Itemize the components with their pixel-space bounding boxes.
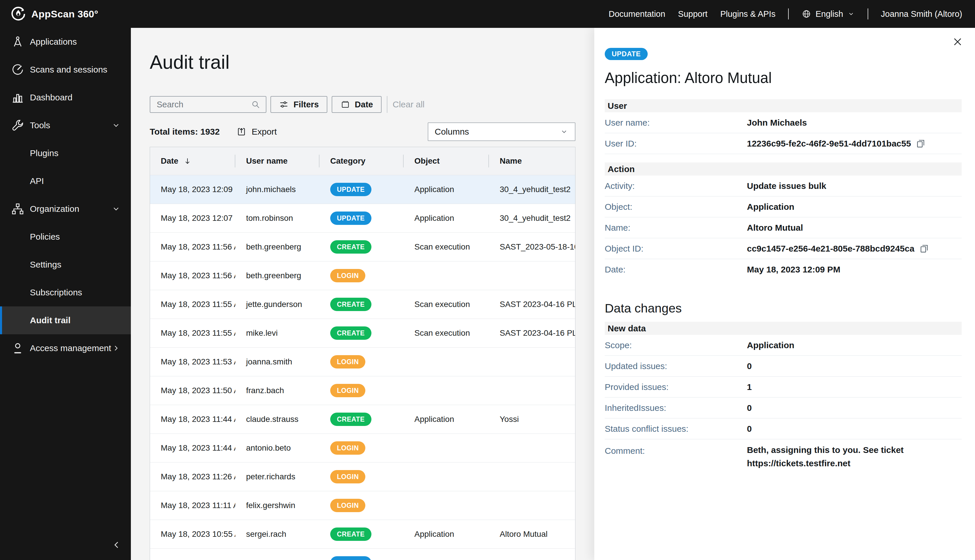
export-button[interactable]: Export bbox=[236, 126, 277, 137]
cell-user-name: franz.bach bbox=[235, 376, 320, 405]
cell-date: May 18, 2023 11:44 AM bbox=[150, 405, 235, 433]
table-row[interactable]: May 18, 2023 11:53 AM joanna.smith LOGIN bbox=[150, 347, 575, 376]
table-row[interactable]: May 18, 2023 11:55 AM jette.gunderson CR… bbox=[150, 290, 575, 318]
cell-date: May 18, 2023 11:53 AM bbox=[150, 348, 235, 376]
detail-label: Updated issues: bbox=[605, 361, 747, 371]
cell-date: May 18, 2023 10:55 AM bbox=[150, 520, 235, 548]
topbar-link-documentation[interactable]: Documentation bbox=[609, 9, 665, 19]
user-menu[interactable]: Joanna Smith (Altoro) bbox=[881, 9, 962, 19]
copy-icon[interactable] bbox=[919, 243, 930, 254]
scans-icon bbox=[11, 63, 25, 77]
date-filter-button[interactable]: Date bbox=[332, 96, 382, 113]
sidebar-item-api[interactable]: API bbox=[0, 167, 131, 195]
cell-user-name bbox=[235, 549, 320, 560]
column-header-user-name[interactable]: User name bbox=[235, 147, 320, 175]
table-row[interactable]: May 18, 2023 11:44 AM antonio.beto LOGIN bbox=[150, 433, 575, 462]
close-icon[interactable] bbox=[951, 35, 964, 48]
sidebar-item-applications[interactable]: Applications bbox=[0, 28, 131, 56]
cell-user-name: mike.levi bbox=[235, 319, 320, 347]
topbar-link-plugins-apis[interactable]: Plugins & APIs bbox=[720, 9, 775, 19]
detail-value: 0 bbox=[747, 422, 752, 435]
topbar-link-support[interactable]: Support bbox=[678, 9, 708, 19]
clear-all-button[interactable]: Clear all bbox=[393, 100, 425, 109]
cell-object: Application bbox=[403, 405, 489, 433]
category-badge: LOGIN bbox=[330, 384, 365, 397]
table-row[interactable]: May 18, 2023 11:50 AM franz.bach LOGIN bbox=[150, 376, 575, 405]
language-label: English bbox=[815, 9, 843, 19]
cell-date: May 18, 2023 11:26 AM bbox=[150, 463, 235, 491]
cell-user-name: beth.greenberg bbox=[235, 262, 320, 290]
sidebar-collapse-button[interactable] bbox=[110, 538, 123, 551]
column-header-category[interactable]: Category bbox=[320, 147, 403, 175]
column-header-date[interactable]: Date bbox=[150, 147, 235, 175]
sidebar-item-settings[interactable]: Settings bbox=[0, 251, 131, 278]
table-row[interactable]: May 18, 2023 12:09 PM john.michaels UPDA… bbox=[150, 175, 575, 204]
cell-name: Yossi bbox=[489, 405, 575, 433]
cell-date: May 18, 2023 11:56 AM bbox=[150, 233, 235, 261]
cell-object bbox=[403, 434, 489, 462]
column-header-object[interactable]: Object bbox=[403, 147, 489, 175]
organization-icon bbox=[11, 202, 25, 216]
cell-user-name: felix.gershwin bbox=[235, 491, 320, 520]
table-row[interactable]: May 18, 2023 11:55 AM mike.levi CREATE S… bbox=[150, 318, 575, 347]
sidebar-item-access-management[interactable]: Access management bbox=[0, 334, 131, 362]
sidebar-item-tools[interactable]: Tools bbox=[0, 112, 131, 139]
table-row[interactable]: UPDATE bbox=[150, 548, 575, 560]
detail-row-user-name: User name: John Michaels bbox=[605, 112, 962, 133]
cell-object bbox=[403, 262, 489, 290]
category-badge: CREATE bbox=[330, 528, 372, 541]
cell-name bbox=[489, 262, 575, 290]
copy-icon[interactable] bbox=[915, 138, 926, 149]
cell-date: May 18, 2023 12:07 PM bbox=[150, 204, 235, 232]
topbar-divider bbox=[868, 8, 868, 20]
toolbar-divider bbox=[387, 96, 387, 113]
detail-value: Update issues bulk bbox=[747, 179, 826, 193]
cell-category: LOGIN bbox=[320, 262, 403, 290]
table-row[interactable]: May 18, 2023 11:44 AM claude.strauss CRE… bbox=[150, 405, 575, 433]
panel-category-badge: UPDATE bbox=[605, 48, 648, 60]
table-row[interactable]: May 18, 2023 10:55 AM sergei.rach CREATE… bbox=[150, 520, 575, 548]
export-label: Export bbox=[252, 127, 277, 137]
total-items-count: Total items: 1932 bbox=[150, 127, 220, 137]
detail-value: 1 bbox=[747, 380, 752, 394]
sidebar-item-plugins[interactable]: Plugins bbox=[0, 139, 131, 167]
detail-row-activity: Activity: Update issues bulk bbox=[605, 175, 962, 197]
detail-label: Provided issues: bbox=[605, 382, 747, 392]
section-header-new-data: New data bbox=[605, 322, 962, 335]
sidebar-item-policies[interactable]: Policies bbox=[0, 223, 131, 251]
category-badge: LOGIN bbox=[330, 269, 365, 282]
cell-date bbox=[150, 549, 235, 560]
sidebar-item-scans-and-sessions[interactable]: Scans and sessions bbox=[0, 56, 131, 83]
search-icon bbox=[251, 100, 261, 109]
cell-object bbox=[403, 491, 489, 520]
column-header-name[interactable]: Name bbox=[489, 147, 575, 175]
language-selector[interactable]: English bbox=[802, 9, 855, 19]
cell-user-name: jette.gunderson bbox=[235, 290, 320, 318]
cell-category: LOGIN bbox=[320, 376, 403, 405]
sidebar-item-dashboard[interactable]: Dashboard bbox=[0, 83, 131, 112]
table-row[interactable]: May 18, 2023 11:56 AM beth.greenberg CRE… bbox=[150, 232, 575, 261]
filters-button[interactable]: Filters bbox=[270, 96, 327, 113]
columns-dropdown[interactable]: Columns bbox=[428, 122, 575, 141]
cell-user-name: beth.greenberg bbox=[235, 233, 320, 261]
dashboard-icon bbox=[11, 90, 25, 105]
sidebar-item-subscriptions[interactable]: Subscriptions bbox=[0, 278, 131, 307]
table-row[interactable]: May 18, 2023 11:26 AM peter.richards LOG… bbox=[150, 462, 575, 491]
columns-label: Columns bbox=[435, 127, 469, 137]
cell-user-name: john.michaels bbox=[235, 175, 320, 204]
search-input[interactable] bbox=[150, 100, 251, 109]
cell-object: Application bbox=[403, 175, 489, 204]
detail-label: Object ID: bbox=[605, 244, 747, 253]
table-row[interactable]: May 18, 2023 12:07 PM tom.robinson UPDAT… bbox=[150, 204, 575, 232]
cell-object: Application bbox=[403, 204, 489, 232]
sidebar-item-organization[interactable]: Organization bbox=[0, 195, 131, 223]
table-row[interactable]: May 18, 2023 11:56 AM beth.greenberg LOG… bbox=[150, 261, 575, 290]
section-header-user: User bbox=[605, 99, 962, 112]
sidebar-nav: Applications Scans and sessions Dashboar… bbox=[0, 28, 131, 362]
category-badge: CREATE bbox=[330, 240, 372, 253]
sort-desc-icon bbox=[183, 157, 192, 165]
sidebar: Applications Scans and sessions Dashboar… bbox=[0, 28, 131, 560]
sidebar-item-audit-trail[interactable]: Audit trail bbox=[0, 307, 131, 334]
category-badge: UPDATE bbox=[330, 183, 372, 196]
table-row[interactable]: May 18, 2023 11:11 AM felix.gershwin LOG… bbox=[150, 491, 575, 520]
